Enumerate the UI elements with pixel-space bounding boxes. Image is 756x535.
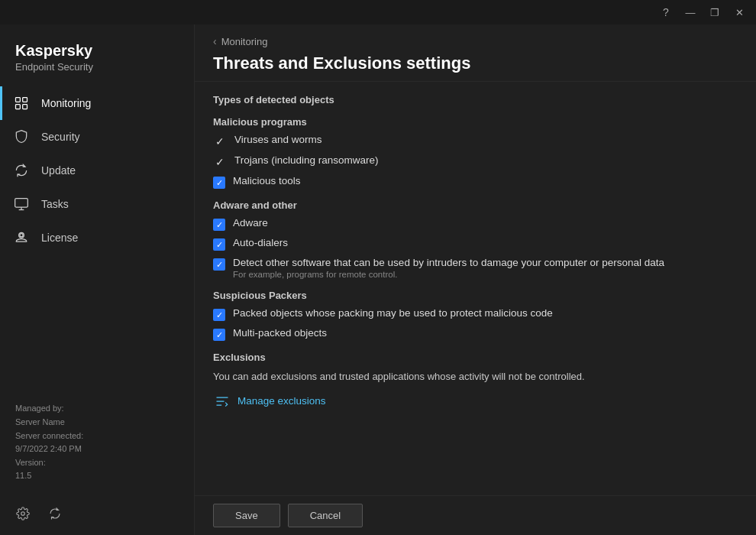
- check-label-viruses: Viruses and worms: [234, 134, 322, 145]
- check-item-detect-other[interactable]: Detect other software that can be used b…: [213, 257, 738, 279]
- check-label-multi-packed: Multi-packed objects: [233, 327, 327, 339]
- minimize-button[interactable]: —: [680, 4, 701, 21]
- checkmark-icon-trojans: ✓: [213, 155, 227, 169]
- sidebar-item-tasks[interactable]: Tasks: [0, 187, 194, 221]
- check-label-adware: Adware: [233, 217, 268, 229]
- check-label-trojans: Trojans (including ransomware): [234, 154, 379, 166]
- update-icon: [12, 161, 31, 180]
- check-sublabel-detect-other: For example, programs for remote control…: [233, 270, 664, 279]
- manage-exclusions-label: Manage exclusions: [237, 395, 326, 407]
- check-label-auto-dialers: Auto-dialers: [233, 237, 288, 248]
- sidebar-header: Kaspersky Endpoint Security: [0, 24, 194, 86]
- check-item-viruses-worms: ✓ Viruses and worms: [213, 134, 738, 148]
- content-header: ‹ Monitoring Threats and Exclusions sett…: [195, 24, 756, 82]
- breadcrumb-label: Monitoring: [221, 36, 268, 47]
- check-item-adware[interactable]: Adware: [213, 217, 738, 231]
- check-item-packed-objects[interactable]: Packed objects whose packing may be used…: [213, 307, 738, 321]
- app-subtitle: Endpoint Security: [15, 61, 179, 73]
- maximize-button[interactable]: ❐: [704, 4, 725, 21]
- page-title: Threats and Exclusions settings: [213, 54, 738, 73]
- version-label: Version:: [15, 456, 179, 470]
- settings-button[interactable]: [12, 503, 34, 524]
- content-body: Types of detected objects Malicious prog…: [195, 82, 756, 495]
- monitoring-icon: [12, 94, 31, 112]
- main-content: ‹ Monitoring Threats and Exclusions sett…: [195, 24, 756, 535]
- breadcrumb-arrow: ‹: [213, 35, 217, 47]
- check-label-packed-objects: Packed objects whose packing may be used…: [233, 307, 553, 319]
- server-connected-label: Server connected:: [15, 430, 179, 443]
- svg-rect-4: [15, 199, 28, 208]
- manage-exclusions-link[interactable]: Manage exclusions: [213, 392, 738, 410]
- sidebar-item-tasks-label: Tasks: [41, 198, 69, 210]
- refresh-button[interactable]: [44, 503, 66, 524]
- manage-exclusions-icon: [213, 392, 231, 410]
- checkbox-adware[interactable]: [213, 219, 225, 231]
- save-button[interactable]: Save: [213, 504, 280, 527]
- sidebar-bottom-icons: [0, 495, 194, 535]
- sidebar-item-license[interactable]: License: [0, 221, 194, 255]
- exclusions-heading: Exclusions: [213, 352, 738, 363]
- check-item-multi-packed[interactable]: Multi-packed objects: [213, 327, 738, 341]
- server-connected-date: 9/7/2022 2:40 PM: [15, 443, 179, 456]
- check-item-auto-dialers[interactable]: Auto-dialers: [213, 237, 738, 251]
- tasks-icon: [12, 195, 31, 213]
- sidebar-item-security-label: Security: [41, 131, 80, 143]
- checkbox-detect-other[interactable]: [213, 258, 225, 271]
- exclusions-description: You can add exclusions and trusted appli…: [213, 369, 738, 384]
- sidebar-item-security[interactable]: Security: [0, 120, 194, 154]
- version-value: 11.5: [15, 469, 179, 483]
- checkmark-icon-viruses: ✓: [213, 135, 227, 148]
- sidebar-footer: Managed by: Server Name Server connected…: [0, 390, 194, 495]
- malicious-programs-heading: Malicious programs: [213, 116, 738, 128]
- check-item-malicious-tools[interactable]: Malicious tools: [213, 175, 738, 189]
- check-item-trojans: ✓ Trojans (including ransomware): [213, 154, 738, 169]
- help-button[interactable]: ?: [655, 4, 677, 21]
- sidebar-item-update[interactable]: Update: [0, 154, 194, 187]
- sidebar-item-update-label: Update: [41, 164, 76, 177]
- svg-rect-1: [23, 98, 27, 102]
- cancel-button[interactable]: Cancel: [288, 504, 363, 527]
- sidebar-item-monitoring-label: Monitoring: [41, 97, 91, 109]
- app-container: Kaspersky Endpoint Security Monitoring S…: [0, 24, 756, 535]
- checkbox-packed-objects[interactable]: [213, 309, 225, 321]
- managed-by-label: Managed by:: [15, 402, 179, 416]
- title-bar: ? — ❐ ✕: [0, 0, 756, 24]
- svg-rect-3: [23, 105, 27, 109]
- svg-rect-2: [16, 105, 21, 109]
- breadcrumb: ‹ Monitoring: [213, 35, 738, 47]
- server-name: Server Name: [15, 416, 179, 430]
- checkbox-malicious-tools[interactable]: [213, 177, 225, 189]
- license-icon: [12, 229, 31, 247]
- adware-heading: Adware and other: [213, 199, 738, 211]
- sidebar-item-license-label: License: [41, 232, 78, 244]
- app-title: Kaspersky: [15, 41, 179, 60]
- security-icon: [12, 128, 31, 146]
- svg-point-9: [21, 512, 25, 516]
- svg-rect-0: [16, 98, 21, 102]
- sidebar: Kaspersky Endpoint Security Monitoring S…: [0, 24, 195, 535]
- checkbox-multi-packed[interactable]: [213, 329, 225, 341]
- suspicious-packers-heading: Suspicious Packers: [213, 290, 738, 301]
- check-label-malicious-tools: Malicious tools: [233, 175, 301, 186]
- content-footer: Save Cancel: [195, 495, 756, 535]
- close-button[interactable]: ✕: [729, 4, 750, 21]
- svg-point-8: [20, 234, 23, 237]
- types-of-detected-objects-heading: Types of detected objects: [213, 94, 738, 105]
- sidebar-item-monitoring[interactable]: Monitoring: [0, 86, 194, 120]
- checkbox-auto-dialers[interactable]: [213, 238, 225, 251]
- check-label-detect-other: Detect other software that can be used b…: [233, 257, 664, 279]
